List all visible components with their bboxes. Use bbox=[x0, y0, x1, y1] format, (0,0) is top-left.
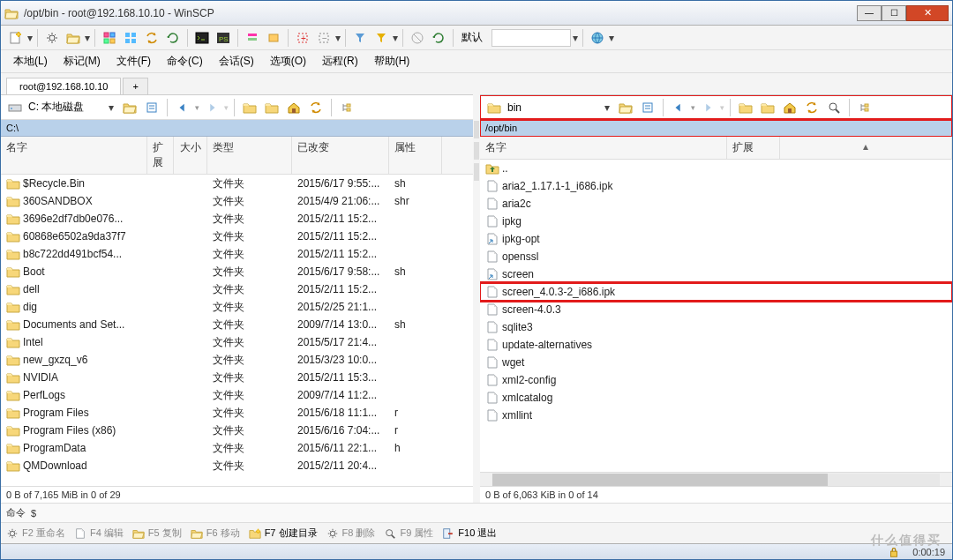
remote-open-icon[interactable] bbox=[616, 98, 635, 117]
local-home-icon[interactable] bbox=[284, 98, 304, 117]
maximize-button[interactable] bbox=[882, 5, 906, 21]
table-row[interactable]: update-alternatives bbox=[480, 336, 952, 354]
remote-folder1-icon[interactable] bbox=[736, 98, 755, 117]
grid2-icon[interactable] bbox=[121, 28, 140, 48]
table-row[interactable]: openssl bbox=[480, 248, 952, 265]
fkey-f9[interactable]: F9 属性 bbox=[384, 526, 433, 540]
open-folder-button[interactable] bbox=[64, 28, 83, 48]
local-fwd-icon[interactable] bbox=[202, 98, 221, 117]
table-row[interactable]: aria2_1.17.1-1_i686.ipk bbox=[480, 177, 952, 195]
menu-3[interactable]: 命令(C) bbox=[160, 52, 210, 71]
menu-4[interactable]: 会话(S) bbox=[212, 52, 261, 71]
filter2-button[interactable] bbox=[371, 28, 391, 48]
table-row[interactable]: new_gxzq_v6文件夹2015/3/23 10:0... bbox=[1, 351, 473, 369]
fkey-f10[interactable]: F10 退出 bbox=[442, 526, 497, 540]
globe-button[interactable] bbox=[588, 28, 607, 48]
table-row[interactable]: ipkg bbox=[480, 213, 952, 230]
table-row[interactable]: Boot文件夹2015/6/17 9:58:...sh bbox=[1, 263, 473, 280]
fkey-f8[interactable]: F8 删除 bbox=[326, 526, 376, 540]
table-row[interactable]: sqlite3 bbox=[480, 318, 952, 336]
preset-dropdown[interactable] bbox=[492, 29, 571, 47]
queue1-button[interactable] bbox=[243, 28, 262, 48]
filter1-button[interactable] bbox=[350, 28, 370, 48]
add-tab-button[interactable]: + bbox=[123, 78, 147, 94]
table-row[interactable]: xml2-config bbox=[480, 371, 952, 389]
table-row[interactable]: NVIDIA文件夹2015/2/11 15:3... bbox=[1, 369, 473, 386]
remote-sync-icon[interactable] bbox=[802, 98, 822, 117]
close-button[interactable] bbox=[906, 5, 949, 21]
settings-button[interactable] bbox=[42, 28, 62, 48]
session-tab[interactable]: root@192.168.10.10 bbox=[6, 78, 121, 94]
local-tree-icon[interactable] bbox=[337, 98, 356, 117]
table-row[interactable]: Documents and Set...文件夹2009/7/14 13:0...… bbox=[1, 316, 473, 333]
terminal2-button[interactable]: PS bbox=[214, 28, 233, 48]
table-row[interactable]: 360SANDBOX文件夹2015/4/9 21:06:...shr bbox=[1, 192, 473, 210]
table-row[interactable]: screen-4.0.3 bbox=[480, 301, 952, 318]
local-sync-icon[interactable] bbox=[306, 98, 326, 117]
menu-0[interactable]: 本地(L) bbox=[6, 52, 55, 71]
table-row[interactable]: ProgramData文件夹2015/6/11 22:1...h bbox=[1, 439, 473, 457]
stop-button[interactable] bbox=[408, 28, 427, 48]
table-row[interactable]: Intel文件夹2015/5/17 21:4... bbox=[1, 333, 473, 351]
table-row[interactable]: 3696e2df7db0e076...文件夹2015/2/11 15:2... bbox=[1, 210, 473, 228]
table-row[interactable]: wget bbox=[480, 354, 952, 371]
table-row[interactable]: $Recycle.Bin文件夹2015/6/17 9:55:...sh bbox=[1, 175, 473, 192]
remote-back-icon[interactable] bbox=[669, 98, 688, 117]
remote-props-icon[interactable] bbox=[638, 98, 657, 117]
local-props-icon[interactable] bbox=[142, 98, 161, 117]
remote-folder-selector[interactable]: bin bbox=[484, 101, 613, 115]
table-row[interactable]: Program Files文件夹2015/6/18 11:1...r bbox=[1, 404, 473, 422]
table-row[interactable]: dell文件夹2015/2/11 15:2... bbox=[1, 280, 473, 298]
local-drive-selector[interactable]: C: 本地磁盘 bbox=[4, 99, 117, 116]
sort-indicator-icon[interactable]: ▴ bbox=[780, 137, 952, 159]
remote-path-bar[interactable]: /opt/bin bbox=[480, 120, 952, 137]
fkey-f2[interactable]: F2 重命名 bbox=[6, 526, 65, 540]
table-row[interactable]: xmllint bbox=[480, 407, 952, 424]
pane-splitter[interactable] bbox=[473, 94, 480, 503]
terminal-button[interactable] bbox=[192, 28, 212, 48]
menu-1[interactable]: 标记(M) bbox=[56, 52, 108, 71]
reload-button[interactable] bbox=[429, 28, 448, 48]
table-row[interactable]: xmlcatalog bbox=[480, 389, 952, 407]
local-back-icon[interactable] bbox=[173, 98, 192, 117]
local-file-list[interactable]: $Recycle.Bin文件夹2015/6/17 9:55:...sh360SA… bbox=[1, 175, 473, 486]
remote-tree-icon[interactable] bbox=[855, 98, 874, 117]
remote-find-icon[interactable] bbox=[824, 98, 844, 117]
local-folder2-icon[interactable] bbox=[262, 98, 281, 117]
table-row[interactable]: Program Files (x86)文件夹2015/6/16 7:04:...… bbox=[1, 422, 473, 439]
table-row[interactable]: b8c722dd491bcf54...文件夹2015/2/11 15:2... bbox=[1, 245, 473, 263]
select2-button[interactable]: − bbox=[314, 28, 334, 48]
local-path-bar[interactable]: C:\ bbox=[1, 120, 473, 137]
local-folder1-icon[interactable] bbox=[240, 98, 259, 117]
remote-folder2-icon[interactable] bbox=[758, 98, 777, 117]
table-row[interactable]: QMDownload文件夹2015/2/11 20:4... bbox=[1, 457, 473, 474]
menu-6[interactable]: 远程(R) bbox=[315, 52, 365, 71]
table-row[interactable]: PerfLogs文件夹2009/7/14 11:2... bbox=[1, 386, 473, 404]
table-row[interactable]: screen_4.0.3-2_i686.ipk bbox=[480, 283, 952, 301]
grid1-icon[interactable] bbox=[100, 28, 119, 48]
menu-7[interactable]: 帮助(H) bbox=[367, 52, 417, 71]
remote-home-icon[interactable] bbox=[780, 98, 799, 117]
fkey-f4[interactable]: F4 编辑 bbox=[74, 526, 124, 540]
remote-fwd-icon[interactable] bbox=[698, 98, 717, 117]
menu-5[interactable]: 选项(O) bbox=[263, 52, 313, 71]
minimize-button[interactable] bbox=[857, 5, 882, 21]
fkey-f7[interactable]: F7 创建目录 bbox=[249, 526, 318, 540]
remote-file-list[interactable]: ..aria2_1.17.1-1_i686.ipkaria2cipkgipkg-… bbox=[480, 160, 952, 472]
table-row[interactable]: .. bbox=[480, 160, 952, 177]
sync-button[interactable] bbox=[142, 28, 161, 48]
table-row[interactable]: aria2c bbox=[480, 195, 952, 213]
table-row[interactable]: dig文件夹2015/2/25 21:1... bbox=[1, 298, 473, 316]
queue2-button[interactable] bbox=[264, 28, 283, 48]
new-session-button[interactable] bbox=[6, 28, 26, 48]
command-bar[interactable]: 命令 $ bbox=[1, 503, 952, 522]
fkey-f5[interactable]: F5 复制 bbox=[132, 526, 182, 540]
table-row[interactable]: 60868e6502a9da37f7文件夹2015/2/11 15:2... bbox=[1, 228, 473, 245]
table-row[interactable]: screen bbox=[480, 265, 952, 283]
remote-scrollbar[interactable] bbox=[480, 472, 952, 486]
fkey-f6[interactable]: F6 移动 bbox=[191, 526, 240, 540]
refresh-button[interactable] bbox=[163, 28, 183, 48]
local-open-icon[interactable] bbox=[120, 98, 139, 117]
menu-2[interactable]: 文件(F) bbox=[109, 52, 158, 71]
select1-button[interactable]: + bbox=[293, 28, 312, 48]
